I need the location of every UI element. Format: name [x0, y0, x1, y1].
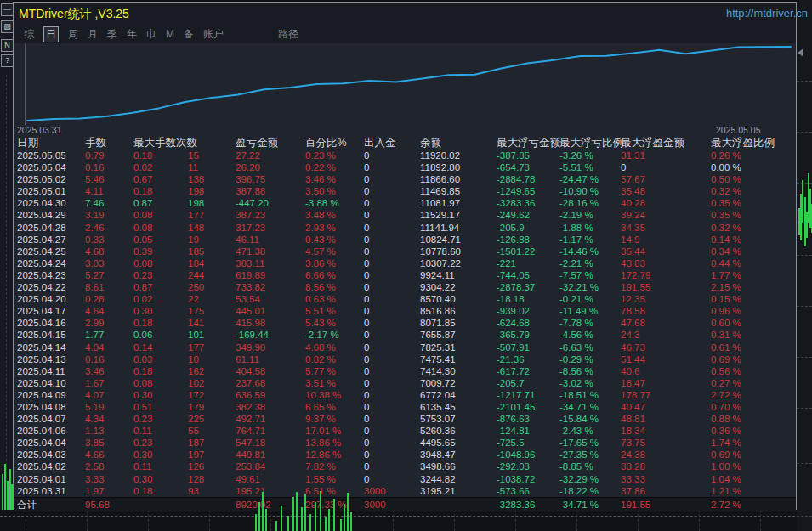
table-cell: 11866.60	[420, 173, 497, 185]
table-header-row: 日期手数最大手数次数盈亏金额百分比%出入金余额最大浮亏金额最大浮亏比例最大浮盈金…	[14, 137, 796, 150]
table-cell: 8071.85	[420, 317, 497, 329]
table-cell: 0.18	[133, 365, 188, 377]
table-cell: 0	[364, 377, 420, 389]
table-cell: 0.70 %	[711, 401, 796, 413]
table-cell: 2.72 %	[711, 498, 796, 511]
table-row: 2025.04.013.330.3012849.611.55 %03244.82…	[14, 473, 796, 485]
table-cell: 47.68	[621, 317, 711, 329]
table-cell: 0	[364, 449, 420, 460]
menu-item-3[interactable]: 周	[68, 27, 78, 42]
table-cell: 172	[188, 389, 236, 401]
table-cell: 0	[364, 413, 420, 425]
table-cell: 24.3	[621, 329, 711, 341]
table-cell: 7.46	[85, 197, 133, 209]
column-header: 最大浮盈比例	[711, 137, 796, 150]
table-cell	[420, 498, 497, 511]
table-cell: 8516.86	[420, 305, 497, 317]
table-cell: 0	[364, 209, 420, 221]
table-cell: -3.02 %	[559, 377, 621, 389]
table-cell: 0.36 %	[711, 425, 796, 437]
table-cell: -2101.45	[497, 401, 559, 413]
table-cell: 9924.11	[420, 269, 497, 281]
menu-item-5[interactable]: 季	[107, 27, 117, 42]
table-cell: 101	[188, 329, 236, 341]
minimize-icon[interactable]: —	[1, 3, 14, 16]
table-cell: 78.58	[621, 305, 711, 317]
background-chart-bottom	[0, 510, 812, 531]
table-cell: 2025.04.02	[14, 460, 85, 472]
chart-start-date: 2025.03.31	[17, 125, 62, 135]
help-icon[interactable]: ?	[1, 54, 14, 67]
table-cell: 250	[188, 281, 236, 293]
menu-item-7[interactable]: 巾	[146, 27, 156, 42]
table-cell: 10307.22	[420, 257, 497, 269]
table-cell: 387.88	[236, 185, 305, 197]
table-cell: -0.29 %	[559, 353, 621, 365]
table-cell: 33.28	[621, 460, 711, 472]
table-cell: 0	[364, 185, 420, 197]
menu-item-8[interactable]: M	[166, 28, 174, 40]
table-cell: 0.26 %	[711, 150, 796, 161]
table-cell: 175	[188, 305, 236, 317]
menu-item-6[interactable]: 年	[127, 27, 137, 42]
table-cell: 18.34	[621, 425, 711, 437]
table-cell: 396.75	[236, 173, 305, 185]
table-cell: 2.58	[85, 460, 133, 472]
table-cell: 53.54	[236, 293, 305, 305]
table-cell: -28.16 %	[559, 197, 621, 209]
menu-item-10[interactable]: 账户	[203, 27, 224, 42]
table-cell: 2025.04.28	[14, 222, 85, 234]
menu-item-11[interactable]: 路径	[278, 27, 298, 42]
table-cell: 317.23	[236, 222, 305, 234]
table-cell: 0.18	[133, 485, 188, 497]
table-cell: 2025.04.20	[14, 293, 85, 305]
table-cell: -8.85 %	[559, 460, 621, 472]
window-titlebar[interactable]: MTDriver统计 ,V3.25 http://mtdriver.cn	[14, 3, 796, 25]
table-cell: 4.68 %	[305, 342, 364, 353]
table-row: 2025.04.200.280.022253.540.63 %08570.40-…	[14, 293, 796, 305]
table-cell: 2025.05.01	[14, 185, 85, 197]
table-cell: 0	[364, 234, 420, 246]
table-cell: 0.16	[85, 353, 133, 365]
table-cell: 0.63 %	[305, 293, 364, 305]
table-cell: 0	[364, 389, 420, 401]
table-cell: 0	[364, 293, 420, 305]
table-cell: 3.50 %	[305, 185, 364, 197]
table-cell: 0.56 %	[711, 365, 796, 377]
table-cell: -7.78 %	[559, 317, 621, 329]
table-cell: 6.66 %	[305, 269, 364, 281]
table-cell: 1.00 %	[711, 460, 796, 472]
table-cell: 5.19	[85, 401, 133, 413]
table-cell: 12.35	[621, 293, 711, 305]
table-row: 2025.04.061.130.1155764.7117.01 %05260.3…	[14, 425, 796, 437]
table-cell: 0	[364, 161, 420, 173]
menu-item-9[interactable]: 备	[184, 27, 194, 42]
table-cell: 6.51 %	[305, 485, 364, 497]
draw-icon[interactable]: ▨	[1, 20, 14, 33]
menu-item-4[interactable]: 月	[88, 27, 98, 42]
wave-icon[interactable]: N	[1, 39, 14, 52]
column-header: 最大浮亏比例	[559, 137, 621, 150]
table-cell: 2025.04.27	[14, 234, 85, 246]
table-cell: 0.50 %	[711, 173, 796, 185]
table-cell: 2025.04.30	[14, 197, 85, 209]
table-cell: 3.86 %	[305, 257, 364, 269]
table-cell: 9304.22	[420, 281, 497, 293]
table-cell: 0	[364, 329, 420, 341]
table-cell: 733.82	[236, 281, 305, 293]
menu-item-1[interactable]: 综	[24, 27, 34, 42]
table-cell: 11469.85	[420, 185, 497, 197]
table-row: 2025.04.235.270.23244619.896.66 %09924.1…	[14, 269, 796, 281]
menu-item-2[interactable]: 日	[43, 26, 59, 42]
table-cell: 2025.04.04	[14, 437, 85, 449]
table-cell: 93	[188, 485, 236, 497]
table-row: 2025.04.243.030.08184383.113.86 %010307.…	[14, 257, 796, 269]
table-cell: 18.47	[621, 377, 711, 389]
table-cell: 8570.40	[420, 293, 497, 305]
website-link[interactable]: http://mtdriver.cn	[726, 3, 808, 25]
column-header: 日期	[14, 137, 85, 150]
table-cell: -14.46 %	[559, 246, 621, 257]
table-cell: 2025.04.01	[14, 473, 85, 485]
table-cell: 764.71	[236, 425, 305, 437]
table-row: 2025.05.025.460.67138396.753.46 %011866.…	[14, 173, 796, 185]
